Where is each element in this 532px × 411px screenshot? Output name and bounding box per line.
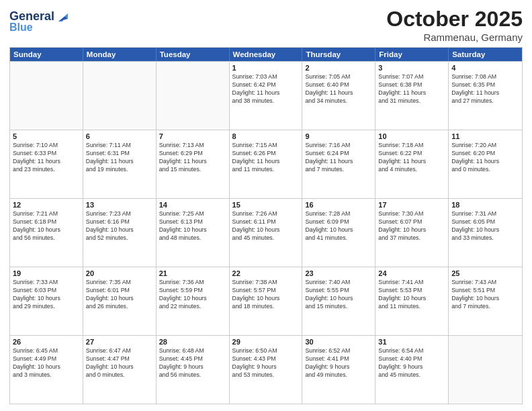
cal-cell-4: 4Sunrise: 7:08 AM Sunset: 6:35 PM Daylig…: [449, 62, 522, 130]
day-number: 9: [305, 132, 372, 140]
day-number: 5: [13, 132, 80, 140]
day-number: 11: [451, 132, 519, 140]
day-number: 29: [232, 338, 300, 346]
day-number: 6: [86, 132, 153, 140]
day-number: 22: [232, 269, 300, 277]
calendar-week-2: 12Sunrise: 7:21 AM Sunset: 6:18 PM Dayli…: [10, 198, 522, 267]
page: General Blue October 2025 Rammenau, Germ…: [0, 0, 532, 411]
day-info: Sunrise: 7:23 AM Sunset: 6:16 PM Dayligh…: [86, 210, 153, 242]
logo: General Blue: [9, 9, 71, 34]
cal-cell-3: 3Sunrise: 7:07 AM Sunset: 6:38 PM Daylig…: [375, 62, 449, 130]
day-number: 18: [451, 201, 519, 209]
title-block: October 2025 Rammenau, Germany: [386, 7, 523, 43]
cal-cell-15: 15Sunrise: 7:26 AM Sunset: 6:11 PM Dayli…: [230, 199, 303, 267]
day-info: Sunrise: 7:05 AM Sunset: 6:40 PM Dayligh…: [305, 73, 372, 105]
cal-cell-17: 17Sunrise: 7:30 AM Sunset: 6:07 PM Dayli…: [375, 199, 449, 267]
cal-header-sunday: Sunday: [10, 48, 83, 61]
day-info: Sunrise: 7:41 AM Sunset: 5:53 PM Dayligh…: [378, 279, 445, 311]
cal-cell-empty: [10, 62, 83, 130]
day-info: Sunrise: 7:30 AM Sunset: 6:07 PM Dayligh…: [378, 210, 445, 242]
cal-cell-18: 18Sunrise: 7:31 AM Sunset: 6:05 PM Dayli…: [449, 199, 522, 267]
main-title: October 2025: [386, 7, 523, 32]
day-number: 3: [378, 64, 445, 72]
day-number: 27: [86, 338, 153, 346]
cal-header-saturday: Saturday: [449, 48, 522, 61]
cal-cell-30: 30Sunrise: 6:52 AM Sunset: 4:41 PM Dayli…: [302, 336, 375, 404]
day-number: 14: [159, 201, 226, 209]
day-number: 31: [378, 338, 445, 346]
day-info: Sunrise: 7:21 AM Sunset: 6:18 PM Dayligh…: [13, 210, 80, 242]
cal-cell-9: 9Sunrise: 7:16 AM Sunset: 6:24 PM Daylig…: [302, 130, 375, 198]
day-number: 1: [232, 64, 300, 72]
cal-cell-12: 12Sunrise: 7:21 AM Sunset: 6:18 PM Dayli…: [10, 199, 83, 267]
cal-cell-5: 5Sunrise: 7:10 AM Sunset: 6:33 PM Daylig…: [10, 130, 83, 198]
calendar-week-1: 5Sunrise: 7:10 AM Sunset: 6:33 PM Daylig…: [10, 130, 522, 198]
day-info: Sunrise: 7:07 AM Sunset: 6:38 PM Dayligh…: [378, 73, 445, 105]
day-number: 15: [232, 201, 300, 209]
day-info: Sunrise: 6:54 AM Sunset: 4:40 PM Dayligh…: [378, 347, 445, 379]
cal-cell-24: 24Sunrise: 7:41 AM Sunset: 5:53 PM Dayli…: [375, 267, 449, 335]
day-info: Sunrise: 7:20 AM Sunset: 6:20 PM Dayligh…: [451, 142, 519, 174]
day-info: Sunrise: 7:13 AM Sunset: 6:29 PM Dayligh…: [159, 142, 226, 174]
cal-header-wednesday: Wednesday: [230, 48, 303, 61]
day-info: Sunrise: 7:26 AM Sunset: 6:11 PM Dayligh…: [232, 210, 300, 242]
day-number: 7: [159, 132, 226, 140]
cal-cell-22: 22Sunrise: 7:38 AM Sunset: 5:57 PM Dayli…: [230, 267, 303, 335]
cal-cell-14: 14Sunrise: 7:25 AM Sunset: 6:13 PM Dayli…: [157, 199, 230, 267]
day-number: 23: [305, 269, 372, 277]
day-info: Sunrise: 7:15 AM Sunset: 6:26 PM Dayligh…: [232, 142, 300, 174]
day-number: 12: [13, 201, 80, 209]
day-info: Sunrise: 7:43 AM Sunset: 5:51 PM Dayligh…: [451, 279, 519, 311]
cal-cell-31: 31Sunrise: 6:54 AM Sunset: 4:40 PM Dayli…: [375, 336, 449, 404]
cal-cell-13: 13Sunrise: 7:23 AM Sunset: 6:16 PM Dayli…: [83, 199, 157, 267]
logo-icon: [56, 9, 71, 24]
logo-text-blue: Blue: [9, 21, 33, 34]
day-number: 16: [305, 201, 372, 209]
day-number: 13: [86, 201, 153, 209]
day-info: Sunrise: 6:47 AM Sunset: 4:47 PM Dayligh…: [86, 347, 153, 379]
cal-cell-21: 21Sunrise: 7:36 AM Sunset: 5:59 PM Dayli…: [157, 267, 230, 335]
cal-header-tuesday: Tuesday: [157, 48, 230, 61]
cal-cell-10: 10Sunrise: 7:18 AM Sunset: 6:22 PM Dayli…: [375, 130, 449, 198]
calendar-week-4: 26Sunrise: 6:45 AM Sunset: 4:49 PM Dayli…: [10, 335, 522, 404]
day-number: 8: [232, 132, 300, 140]
calendar-body: 1Sunrise: 7:03 AM Sunset: 6:42 PM Daylig…: [10, 61, 522, 404]
header: General Blue October 2025 Rammenau, Germ…: [9, 7, 523, 43]
cal-cell-16: 16Sunrise: 7:28 AM Sunset: 6:09 PM Dayli…: [302, 199, 375, 267]
day-number: 20: [86, 269, 153, 277]
cal-cell-28: 28Sunrise: 6:48 AM Sunset: 4:45 PM Dayli…: [157, 336, 230, 404]
day-info: Sunrise: 7:35 AM Sunset: 6:01 PM Dayligh…: [86, 279, 153, 311]
day-info: Sunrise: 6:52 AM Sunset: 4:41 PM Dayligh…: [305, 347, 372, 379]
day-info: Sunrise: 7:33 AM Sunset: 6:03 PM Dayligh…: [13, 279, 80, 311]
day-info: Sunrise: 7:18 AM Sunset: 6:22 PM Dayligh…: [378, 142, 445, 174]
day-number: 21: [159, 269, 226, 277]
cal-header-thursday: Thursday: [302, 48, 375, 61]
day-info: Sunrise: 7:08 AM Sunset: 6:35 PM Dayligh…: [451, 73, 519, 105]
day-number: 10: [378, 132, 445, 140]
day-info: Sunrise: 7:16 AM Sunset: 6:24 PM Dayligh…: [305, 142, 372, 174]
day-number: 17: [378, 201, 445, 209]
day-info: Sunrise: 7:28 AM Sunset: 6:09 PM Dayligh…: [305, 210, 372, 242]
day-info: Sunrise: 7:03 AM Sunset: 6:42 PM Dayligh…: [232, 73, 300, 105]
day-info: Sunrise: 7:38 AM Sunset: 5:57 PM Dayligh…: [232, 279, 300, 311]
subtitle: Rammenau, Germany: [386, 32, 523, 43]
day-info: Sunrise: 6:50 AM Sunset: 4:43 PM Dayligh…: [232, 347, 300, 379]
day-number: 4: [451, 64, 519, 72]
calendar-header-row: SundayMondayTuesdayWednesdayThursdayFrid…: [10, 48, 522, 61]
cal-cell-1: 1Sunrise: 7:03 AM Sunset: 6:42 PM Daylig…: [230, 62, 303, 130]
cal-cell-23: 23Sunrise: 7:40 AM Sunset: 5:55 PM Dayli…: [302, 267, 375, 335]
cal-header-friday: Friday: [375, 48, 449, 61]
day-number: 28: [159, 338, 226, 346]
cal-cell-2: 2Sunrise: 7:05 AM Sunset: 6:40 PM Daylig…: [302, 62, 375, 130]
cal-cell-27: 27Sunrise: 6:47 AM Sunset: 4:47 PM Dayli…: [83, 336, 157, 404]
cal-cell-26: 26Sunrise: 6:45 AM Sunset: 4:49 PM Dayli…: [10, 336, 83, 404]
calendar-week-3: 19Sunrise: 7:33 AM Sunset: 6:03 PM Dayli…: [10, 267, 522, 335]
day-number: 19: [13, 269, 80, 277]
cal-cell-6: 6Sunrise: 7:11 AM Sunset: 6:31 PM Daylig…: [83, 130, 157, 198]
day-number: 26: [13, 338, 80, 346]
day-info: Sunrise: 7:31 AM Sunset: 6:05 PM Dayligh…: [451, 210, 519, 242]
day-info: Sunrise: 7:40 AM Sunset: 5:55 PM Dayligh…: [305, 279, 372, 311]
day-info: Sunrise: 6:45 AM Sunset: 4:49 PM Dayligh…: [13, 347, 80, 379]
cal-header-monday: Monday: [83, 48, 157, 61]
cal-cell-7: 7Sunrise: 7:13 AM Sunset: 6:29 PM Daylig…: [157, 130, 230, 198]
